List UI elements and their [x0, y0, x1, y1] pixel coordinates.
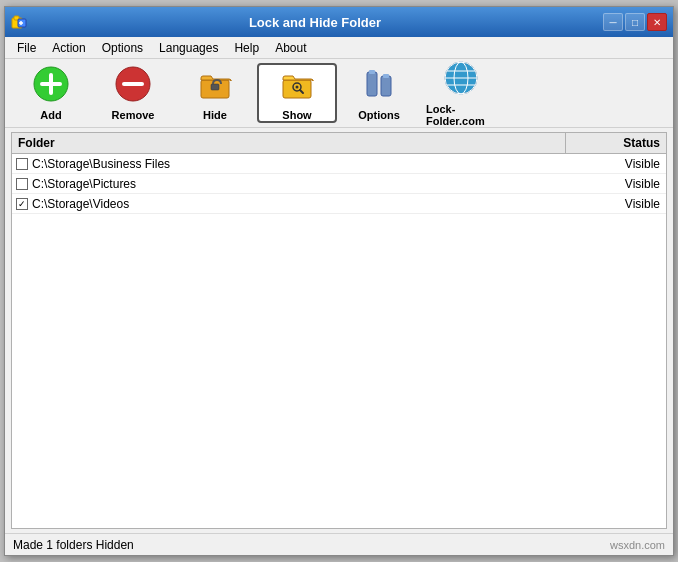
- table-row[interactable]: C:\Storage\Pictures Visible: [12, 174, 666, 194]
- svg-rect-17: [369, 70, 375, 74]
- row-folder-path: ✓ C:\Storage\Videos: [12, 195, 566, 213]
- remove-icon: [115, 66, 151, 105]
- remove-label: Remove: [112, 109, 155, 121]
- table-row[interactable]: ✓ C:\Storage\Videos Visible: [12, 194, 666, 214]
- svg-rect-16: [367, 72, 377, 96]
- menu-file[interactable]: File: [9, 39, 44, 57]
- row-status-3: Visible: [566, 195, 666, 213]
- row-folder-path: C:\Storage\Business Files: [12, 155, 566, 173]
- row-status-1: Visible: [566, 155, 666, 173]
- table-header: Folder Status: [12, 133, 666, 154]
- options-icon: [361, 66, 397, 105]
- window-title: Lock and Hide Folder: [27, 15, 603, 30]
- hide-icon: [197, 66, 233, 105]
- menu-options[interactable]: Options: [94, 39, 151, 57]
- folder-path-1: C:\Storage\Business Files: [32, 157, 170, 171]
- toolbar: Add Remove: [5, 59, 673, 128]
- watermark-text: wsxdn.com: [610, 539, 665, 551]
- row-checkbox-3[interactable]: ✓: [16, 198, 28, 210]
- menu-about[interactable]: About: [267, 39, 314, 57]
- svg-rect-11: [211, 84, 219, 90]
- svg-rect-18: [381, 76, 391, 96]
- column-folder-header: Folder: [12, 133, 566, 153]
- add-button[interactable]: Add: [11, 63, 91, 123]
- add-icon: [33, 66, 69, 105]
- close-button[interactable]: ✕: [647, 13, 667, 31]
- show-icon: [279, 66, 315, 105]
- window-controls: ─ □ ✕: [603, 13, 667, 31]
- title-bar: Lock and Hide Folder ─ □ ✕: [5, 7, 673, 37]
- web-label: Lock-Folder.com: [426, 103, 496, 127]
- row-status-2: Visible: [566, 175, 666, 193]
- hide-button[interactable]: Hide: [175, 63, 255, 123]
- table-row[interactable]: C:\Storage\Business Files Visible: [12, 154, 666, 174]
- svg-point-14: [296, 85, 299, 88]
- menu-bar: File Action Options Languages Help About: [5, 37, 673, 59]
- status-text: Made 1 folders Hidden: [13, 538, 134, 552]
- hide-label: Hide: [203, 109, 227, 121]
- add-label: Add: [40, 109, 61, 121]
- status-bar: Made 1 folders Hidden wsxdn.com: [5, 533, 673, 555]
- remove-button[interactable]: Remove: [93, 63, 173, 123]
- minimize-button[interactable]: ─: [603, 13, 623, 31]
- column-status-header: Status: [566, 133, 666, 153]
- window-icon: [11, 14, 27, 30]
- web-button[interactable]: Lock-Folder.com: [421, 63, 501, 123]
- row-folder-path: C:\Storage\Pictures: [12, 175, 566, 193]
- options-label: Options: [358, 109, 400, 121]
- menu-help[interactable]: Help: [226, 39, 267, 57]
- show-label: Show: [282, 109, 311, 121]
- show-button[interactable]: Show: [257, 63, 337, 123]
- menu-action[interactable]: Action: [44, 39, 93, 57]
- main-window: Lock and Hide Folder ─ □ ✕ File Action O…: [4, 6, 674, 556]
- svg-rect-19: [383, 74, 389, 78]
- web-icon: [443, 60, 479, 99]
- folder-path-2: C:\Storage\Pictures: [32, 177, 136, 191]
- folder-table: Folder Status C:\Storage\Business Files …: [11, 132, 667, 529]
- row-checkbox-2[interactable]: [16, 178, 28, 190]
- options-button[interactable]: Options: [339, 63, 419, 123]
- row-checkbox-1[interactable]: [16, 158, 28, 170]
- maximize-button[interactable]: □: [625, 13, 645, 31]
- menu-languages[interactable]: Languages: [151, 39, 226, 57]
- folder-path-3: C:\Storage\Videos: [32, 197, 129, 211]
